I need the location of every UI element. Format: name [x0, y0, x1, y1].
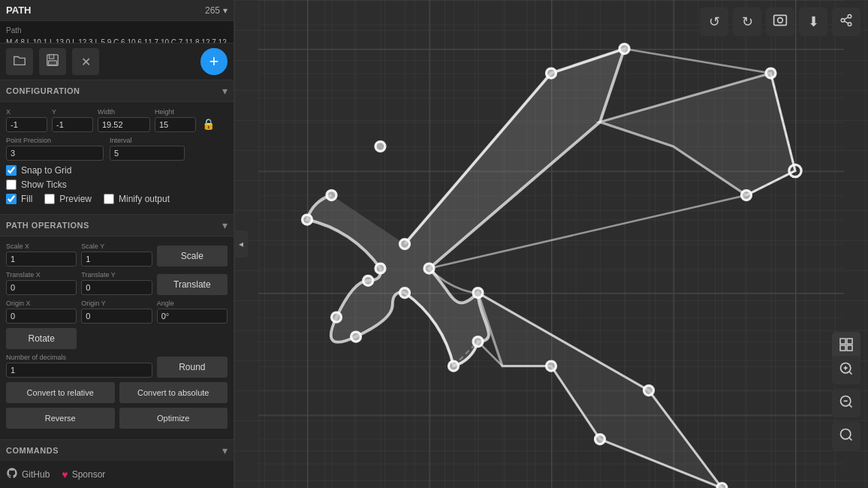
github-link[interactable]: GitHub — [6, 467, 50, 482]
fill-checkbox[interactable] — [6, 194, 17, 204]
lock-button[interactable]: 🔒 — [200, 118, 216, 130]
origin-y-input[interactable] — [81, 309, 152, 324]
svg-point-38 — [363, 276, 373, 285]
decimals-input[interactable] — [6, 363, 152, 378]
preview-checkbox[interactable] — [44, 194, 55, 204]
translate-button[interactable]: Translate — [157, 274, 228, 295]
translate-y-input[interactable] — [81, 280, 152, 295]
angle-label: Angle — [157, 300, 228, 307]
rotate-button[interactable]: Rotate — [6, 328, 77, 349]
path-text-label: Path — [6, 26, 228, 36]
show-ticks-label[interactable]: Show Ticks — [21, 179, 67, 190]
open-button[interactable] — [6, 48, 33, 75]
screenshot-button[interactable] — [766, 8, 794, 36]
path-header-right: 265 ▾ — [205, 5, 228, 16]
preview-label[interactable]: Preview — [59, 194, 92, 204]
collapse-panel-button[interactable]: ◂ — [234, 230, 248, 258]
commands-label: COMMANDS — [6, 446, 59, 455]
reverse-button[interactable]: Reverse — [6, 408, 115, 429]
minify-row: Minify output — [104, 194, 170, 204]
point-precision-input[interactable] — [6, 146, 104, 161]
origin-x-input[interactable] — [6, 309, 77, 324]
zoom-out-icon — [839, 394, 854, 413]
precision-row: Point Precision Interval — [6, 137, 228, 161]
convert-absolute-button[interactable]: Convert to absolute — [119, 382, 228, 403]
redo-icon: ↻ — [742, 14, 753, 30]
width-label: Width — [98, 108, 150, 116]
commands-header[interactable]: COMMANDS ▾ — [0, 440, 234, 461]
zoom-out-button[interactable] — [832, 389, 860, 417]
scale-x-input[interactable] — [6, 252, 77, 267]
decimals-label: Number of decimals — [6, 354, 152, 361]
minify-checkbox[interactable] — [104, 194, 114, 204]
round-button[interactable]: Round — [157, 357, 228, 378]
height-field-group: Height — [155, 108, 196, 132]
scale-button[interactable]: Scale — [157, 246, 228, 267]
commands-collapse-icon: ▾ — [222, 444, 228, 456]
snap-to-grid-checkbox[interactable] — [6, 165, 17, 176]
svg-line-15 — [849, 371, 852, 374]
zoom-reset-icon — [839, 427, 854, 446]
folder-icon — [13, 54, 26, 69]
footer-links: GitHub ♥ Sponsor — [0, 461, 234, 488]
fill-row: Fill — [6, 194, 32, 204]
svg-point-43 — [644, 386, 654, 396]
convert-relative-button[interactable]: Convert to relative — [6, 382, 115, 403]
screenshot-icon — [773, 13, 788, 31]
y-input[interactable] — [52, 117, 93, 132]
svg-rect-12 — [840, 345, 845, 351]
interval-field: Interval — [110, 137, 185, 161]
close-icon: ✕ — [81, 55, 91, 69]
github-label: GitHub — [22, 469, 50, 480]
sponsor-link[interactable]: ♥ Sponsor — [62, 468, 105, 480]
convert-row: Convert to relative Convert to absolute — [6, 382, 228, 403]
height-label: Height — [155, 108, 196, 116]
svg-point-39 — [375, 264, 385, 273]
add-button[interactable]: + — [200, 48, 228, 75]
path-count: 265 — [205, 5, 220, 16]
preview-row: Preview — [44, 194, 92, 204]
undo-button[interactable]: ↺ — [700, 8, 728, 36]
fill-label[interactable]: Fill — [21, 194, 32, 204]
minify-label[interactable]: Minify output — [119, 194, 170, 204]
svg-rect-10 — [840, 339, 845, 344]
xywidth-row: X Y Width Height 🔒 — [6, 108, 228, 132]
chevron-left-icon: ◂ — [239, 239, 243, 249]
heart-icon: ♥ — [62, 468, 68, 480]
show-ticks-checkbox[interactable] — [6, 179, 17, 190]
width-field-group: Width — [98, 108, 150, 132]
plus-icon: + — [209, 53, 219, 70]
configuration-header[interactable]: CONFIGURATION ▾ — [0, 80, 234, 102]
y-field-group: Y — [52, 108, 93, 132]
path-text-value: M 4 8 L 10 1 L 13 0 L 12 3 L 5 9 C 6 10 … — [6, 38, 228, 44]
share-button[interactable] — [832, 8, 860, 36]
svg-rect-2 — [49, 61, 57, 65]
scale-x-label: Scale X — [6, 242, 77, 250]
configuration-content: X Y Width Height 🔒 Point Precision — [0, 102, 234, 215]
zoom-in-button[interactable] — [832, 356, 860, 384]
svg-point-27 — [619, 44, 629, 54]
svg-canvas[interactable] — [234, 0, 868, 488]
snap-to-grid-label[interactable]: Snap to Grid — [21, 165, 71, 176]
svg-line-9 — [844, 17, 848, 20]
chevron-down-icon[interactable]: ▾ — [223, 5, 228, 16]
zoom-controls — [832, 356, 860, 450]
download-button[interactable]: ⬇ — [799, 8, 827, 36]
close-button[interactable]: ✕ — [72, 48, 99, 75]
scale-y-input[interactable] — [81, 252, 152, 267]
height-input[interactable] — [155, 117, 196, 132]
path-operations-header[interactable]: PATH OPERATIONS ▾ — [0, 215, 234, 236]
width-input[interactable] — [98, 117, 150, 132]
angle-input[interactable] — [157, 309, 228, 324]
redo-button[interactable]: ↻ — [733, 8, 761, 36]
save-icon — [46, 53, 59, 70]
x-input[interactable] — [6, 117, 47, 132]
translate-y-field: Translate Y — [81, 271, 152, 295]
save-button[interactable] — [39, 48, 66, 75]
zoom-reset-button[interactable] — [832, 422, 860, 450]
optimize-button[interactable]: Optimize — [119, 408, 228, 429]
interval-input[interactable] — [110, 146, 185, 161]
svg-point-42 — [375, 142, 385, 152]
translate-x-input[interactable] — [6, 280, 77, 295]
svg-line-8 — [844, 21, 848, 23]
